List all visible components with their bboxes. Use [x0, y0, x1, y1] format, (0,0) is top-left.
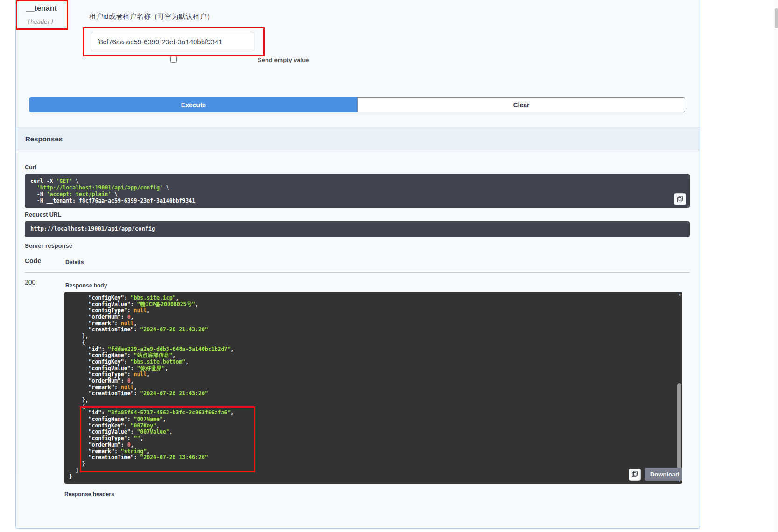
param-name: __tenant [26, 4, 57, 13]
responses-section-header: Responses [16, 127, 700, 150]
response-headers-label: Response headers [64, 491, 114, 497]
code-column-header: Code [25, 257, 41, 265]
clear-button[interactable]: Clear [357, 97, 685, 112]
curl-command-block: curl -X 'GET' \ 'http://localhost:19001/… [25, 174, 690, 208]
send-empty-checkbox[interactable] [170, 56, 177, 63]
download-button[interactable]: Download [645, 468, 682, 481]
scroll-up-icon[interactable]: ▲ [679, 293, 681, 296]
page-scrollbar[interactable] [774, 0, 778, 532]
tenant-value-input[interactable] [91, 32, 254, 51]
request-url-value: http://localhost:19001/api/app/config [30, 225, 155, 232]
responses-title: Responses [25, 135, 63, 143]
copy-curl-button[interactable] [674, 193, 686, 205]
request-url-label: Request URL [25, 211, 61, 218]
table-header-divider [25, 272, 690, 273]
request-url-block: http://localhost:19001/api/app/config [25, 221, 690, 237]
copy-response-button[interactable] [629, 469, 641, 481]
clipboard-icon [631, 470, 638, 479]
execute-button[interactable]: Execute [29, 97, 357, 112]
response-body-block: "configKey": "bbs.site.icp", "configValu… [64, 292, 682, 484]
param-location: (header) [27, 19, 54, 25]
send-empty-label: Send empty value [258, 56, 309, 63]
operation-block: __tenant (header) 租户id或者租户名称（可空为默认租户） Se… [15, 0, 700, 529]
server-response-label: Server response [25, 242, 72, 249]
response-body-label: Response body [65, 282, 107, 289]
page-scrollbar-thumb[interactable] [775, 8, 778, 28]
scrollbar-thumb[interactable] [677, 383, 681, 480]
curl-label: Curl [25, 164, 36, 171]
status-code: 200 [25, 279, 35, 286]
details-column-header: Details [65, 259, 84, 266]
param-description: 租户id或者租户名称（可空为默认租户） [89, 12, 214, 21]
clipboard-icon [677, 196, 683, 203]
